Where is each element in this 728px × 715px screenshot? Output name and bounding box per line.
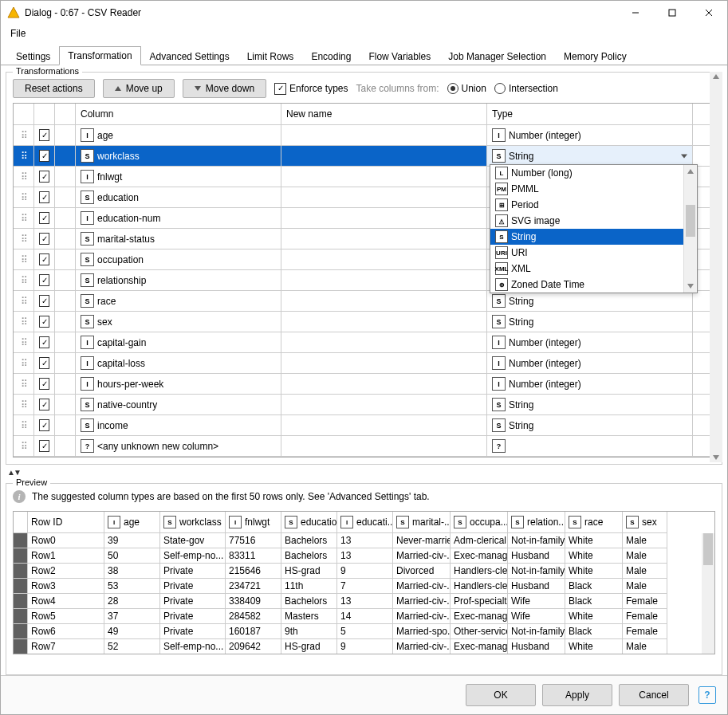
new-name-cell[interactable] xyxy=(281,291,487,311)
new-name-cell[interactable] xyxy=(281,353,487,373)
help-icon[interactable]: ? xyxy=(698,686,716,704)
reset-actions-button[interactable]: Reset actions xyxy=(13,79,95,98)
include-checkbox[interactable]: ✓ xyxy=(39,419,49,431)
dropdown-option[interactable]: ◬SVG image xyxy=(490,213,697,229)
menu-file[interactable]: File xyxy=(6,26,30,41)
scroll-up-icon[interactable] xyxy=(711,72,721,81)
preview-header-cell[interactable]: Seducation xyxy=(281,512,337,533)
header-new-name[interactable]: New name xyxy=(281,104,487,124)
dropdown-option[interactable]: PMPMML xyxy=(490,181,697,197)
preview-scrollbar[interactable] xyxy=(702,533,714,654)
drag-handle-icon[interactable]: ⠿ xyxy=(14,395,34,414)
preview-header-cell[interactable]: Ssex xyxy=(623,512,667,533)
preview-header-cell[interactable]: Soccupa... xyxy=(451,512,508,533)
include-checkbox[interactable]: ✓ xyxy=(39,212,49,224)
drag-handle-icon[interactable]: ⠿ xyxy=(14,208,34,228)
preview-header-cell[interactable]: Ieducati... xyxy=(337,512,393,533)
include-checkbox[interactable]: ✓ xyxy=(39,233,49,245)
include-checkbox[interactable]: ✓ xyxy=(39,336,49,348)
preview-header-cell[interactable]: Ifnlwgt xyxy=(226,512,281,533)
drag-handle-icon[interactable]: ⠿ xyxy=(14,312,34,332)
include-checkbox[interactable]: ✓ xyxy=(39,191,49,203)
tab-limit-rows[interactable]: Limit Rows xyxy=(238,47,303,65)
preview-scroll-thumb[interactable] xyxy=(703,533,713,565)
preview-rowid[interactable]: Row2 xyxy=(28,564,104,579)
preview-rowid[interactable]: Row7 xyxy=(28,639,104,654)
type-cell[interactable]: SString xyxy=(487,415,693,435)
move-down-button[interactable]: Move down xyxy=(183,79,266,98)
tab-memory-policy[interactable]: Memory Policy xyxy=(555,47,636,65)
drag-handle-icon[interactable]: ⠿ xyxy=(14,353,34,373)
drag-handle-icon[interactable]: ⠿ xyxy=(14,374,34,394)
expander-icon[interactable]: ▲▼ xyxy=(7,468,722,477)
tab-transformation[interactable]: Transformation xyxy=(59,46,140,65)
new-name-cell[interactable] xyxy=(281,270,487,290)
new-name-cell[interactable] xyxy=(281,374,487,394)
dropdown-scrollbar[interactable] xyxy=(683,165,697,293)
preview-rowid[interactable]: Row0 xyxy=(28,533,104,548)
table-row[interactable]: ⠿✓Icapital-gainINumber (integer) xyxy=(14,332,714,353)
preview-rowid[interactable]: Row1 xyxy=(28,548,104,564)
drag-handle-icon[interactable]: ⠿ xyxy=(14,146,34,166)
drag-handle-icon[interactable]: ⠿ xyxy=(14,229,34,249)
new-name-cell[interactable] xyxy=(281,146,487,166)
include-checkbox[interactable]: ✓ xyxy=(39,129,49,141)
tab-flow-variables[interactable]: Flow Variables xyxy=(360,47,439,65)
include-checkbox[interactable]: ✓ xyxy=(39,378,49,390)
type-cell[interactable]: SString xyxy=(487,312,693,332)
new-name-cell[interactable] xyxy=(281,229,487,249)
table-row[interactable]: ⠿✓SincomeSString xyxy=(14,415,714,436)
scroll-up-button[interactable] xyxy=(684,165,697,178)
close-button[interactable] xyxy=(691,1,727,25)
preview-rowid[interactable]: Row6 xyxy=(28,624,104,639)
new-name-cell[interactable] xyxy=(281,415,487,435)
move-up-button[interactable]: Move up xyxy=(103,79,175,98)
type-cell[interactable]: SString xyxy=(487,291,693,311)
drag-handle-icon[interactable]: ⠿ xyxy=(14,415,34,435)
type-cell[interactable]: SString xyxy=(487,395,693,414)
minimize-button[interactable] xyxy=(617,1,654,25)
type-cell[interactable]: SString xyxy=(487,146,693,166)
type-cell[interactable]: INumber (integer) xyxy=(487,125,693,145)
type-cell[interactable]: INumber (integer) xyxy=(487,374,693,394)
include-checkbox[interactable]: ✓ xyxy=(39,440,49,452)
drag-handle-icon[interactable]: ⠿ xyxy=(14,436,34,456)
drag-handle-icon[interactable]: ⠿ xyxy=(14,270,34,290)
table-row[interactable]: ⠿✓IageINumber (integer) xyxy=(14,125,714,146)
new-name-cell[interactable] xyxy=(281,312,487,332)
type-cell[interactable]: INumber (integer) xyxy=(487,353,693,373)
new-name-cell[interactable] xyxy=(281,187,487,207)
preview-header-cell[interactable]: Iage xyxy=(104,512,160,533)
header-type[interactable]: Type xyxy=(487,104,693,124)
scroll-down-icon[interactable] xyxy=(711,453,721,462)
dropdown-option[interactable]: XMLXML xyxy=(490,261,697,277)
type-cell[interactable]: INumber (integer) xyxy=(487,332,693,352)
table-row[interactable]: ⠿✓Icapital-lossINumber (integer) xyxy=(14,353,714,374)
preview-header-cell[interactable]: Sworkclass xyxy=(160,512,226,533)
tab-encoding[interactable]: Encoding xyxy=(302,47,360,65)
content-scrollbar[interactable] xyxy=(710,72,722,462)
table-row[interactable]: ⠿✓SraceSString xyxy=(14,291,714,312)
dropdown-option[interactable]: URIURI xyxy=(490,245,697,261)
drag-handle-icon[interactable]: ⠿ xyxy=(14,187,34,207)
new-name-cell[interactable] xyxy=(281,332,487,352)
include-checkbox[interactable]: ✓ xyxy=(39,150,49,162)
table-row[interactable]: ⠿✓SsexSString xyxy=(14,312,714,332)
dropdown-option[interactable]: SString xyxy=(490,229,697,245)
intersection-radio[interactable]: Intersection xyxy=(494,83,558,94)
new-name-cell[interactable] xyxy=(281,125,487,145)
tab-settings[interactable]: Settings xyxy=(7,47,59,65)
apply-button[interactable]: Apply xyxy=(542,684,612,706)
new-name-cell[interactable] xyxy=(281,208,487,228)
tab-advanced-settings[interactable]: Advanced Settings xyxy=(141,47,238,65)
table-row[interactable]: ⠿✓Ihours-per-weekINumber (integer) xyxy=(14,374,714,395)
drag-handle-icon[interactable]: ⠿ xyxy=(14,332,34,352)
include-checkbox[interactable]: ✓ xyxy=(39,295,49,307)
table-row[interactable]: ⠿✓Snative-countrySString xyxy=(14,395,714,415)
dropdown-option[interactable]: ⊕Zoned Date Time xyxy=(490,277,697,293)
preview-header-cell[interactable]: Srelation... xyxy=(508,512,565,533)
preview-rowid[interactable]: Row5 xyxy=(28,609,104,624)
scroll-thumb[interactable] xyxy=(686,205,695,237)
drag-handle-icon[interactable]: ⠿ xyxy=(14,291,34,311)
include-checkbox[interactable]: ✓ xyxy=(39,171,49,183)
